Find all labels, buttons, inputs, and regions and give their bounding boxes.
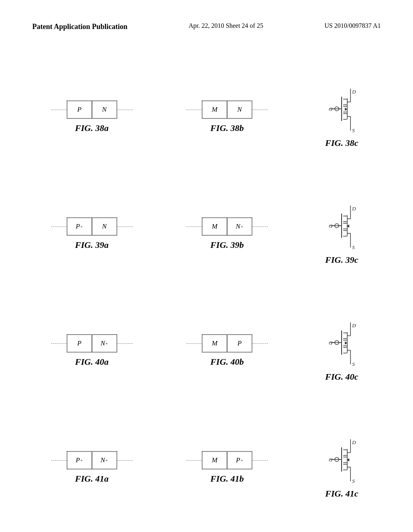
fig-group-fig38a: PNFIG. 38a	[51, 100, 133, 133]
figure-row-1: P+NFIG. 39aMN+FIG. 39bDGSFIG. 39c	[24, 177, 389, 290]
diagram-fig41c: DGS	[321, 436, 362, 484]
fig-label-fig39a: FIG. 39a	[75, 240, 108, 250]
fig-group-fig39c: DGSFIG. 39c	[321, 202, 362, 265]
svg-text:S: S	[352, 244, 355, 250]
diagram-fig39b: MN+	[186, 217, 268, 236]
fig-group-fig41b: MP+FIG. 41b	[186, 451, 268, 484]
diagram-fig38b: MN	[186, 100, 268, 119]
fig-group-fig41a: P+N+FIG. 41a	[51, 451, 133, 484]
fig-group-fig38c: DGSFIG. 38c	[321, 85, 362, 148]
fig-label-fig39c: FIG. 39c	[325, 255, 358, 265]
fig-label-fig39b: FIG. 39b	[210, 240, 244, 250]
svg-text:S: S	[352, 361, 355, 367]
date-sheet-info: Apr. 22, 2010 Sheet 24 of 25	[189, 22, 263, 29]
diagram-fig40a: PN+	[51, 334, 133, 353]
svg-text:D: D	[352, 322, 356, 328]
fig-label-fig40a: FIG. 40a	[75, 357, 108, 367]
svg-text:D: D	[352, 439, 356, 445]
svg-text:S: S	[352, 478, 355, 484]
page-header: Patent Application Publication Apr. 22, …	[0, 22, 413, 31]
fig-label-fig38c: FIG. 38c	[325, 138, 358, 148]
fig-group-fig40c: DGSFIG. 40c	[321, 319, 362, 382]
fig-group-fig39a: P+NFIG. 39a	[51, 217, 133, 250]
diagram-fig41a: P+N+	[51, 451, 133, 470]
svg-text:S: S	[352, 127, 355, 133]
svg-marker-18	[345, 108, 347, 111]
diagram-fig40c: DGS	[321, 319, 362, 368]
diagram-fig38a: PN	[51, 100, 133, 119]
fig-label-fig40c: FIG. 40c	[325, 372, 358, 382]
fig-group-fig39b: MN+FIG. 39b	[186, 217, 268, 250]
fig-label-fig41b: FIG. 41b	[210, 474, 244, 484]
fig-label-fig38a: FIG. 38a	[75, 123, 108, 133]
svg-text:D: D	[352, 206, 356, 212]
figure-row-3: P+N+FIG. 41aMP+FIG. 41bDGSFIG. 41c	[24, 411, 389, 524]
diagram-fig40b: MP	[186, 334, 268, 353]
fig-group-fig38b: MNFIG. 38b	[186, 100, 268, 133]
diagram-fig41b: MP+	[186, 451, 268, 470]
svg-text:G: G	[329, 223, 333, 229]
fig-group-fig41c: DGSFIG. 41c	[321, 436, 362, 499]
fig-label-fig38b: FIG. 38b	[210, 123, 244, 133]
fig-label-fig41c: FIG. 41c	[325, 488, 358, 499]
fig-group-fig40b: MPFIG. 40b	[186, 334, 268, 367]
svg-text:D: D	[352, 89, 356, 95]
patent-number: US 2010/0097837 A1	[324, 22, 381, 29]
svg-text:G: G	[329, 106, 333, 112]
figure-row-2: PN+FIG. 40aMPFIG. 40bDGSFIG. 40c	[24, 294, 389, 407]
diagram-fig39a: P+N	[51, 217, 133, 236]
fig-label-fig40b: FIG. 40b	[210, 357, 244, 367]
fig-label-fig41a: FIG. 41a	[75, 474, 108, 484]
svg-text:G: G	[329, 340, 333, 346]
main-content: PNFIG. 38aMNFIG. 38bDGSFIG. 38cP+NFIG. 3…	[0, 56, 413, 532]
svg-text:G: G	[329, 457, 333, 463]
figure-row-0: PNFIG. 38aMNFIG. 38bDGSFIG. 38c	[24, 60, 389, 173]
diagram-fig38c: DGS	[321, 85, 362, 134]
publication-title: Patent Application Publication	[32, 22, 127, 31]
fig-group-fig40a: PN+FIG. 40a	[51, 334, 133, 367]
svg-marker-62	[345, 341, 347, 345]
diagram-fig39c: DGS	[321, 202, 362, 251]
